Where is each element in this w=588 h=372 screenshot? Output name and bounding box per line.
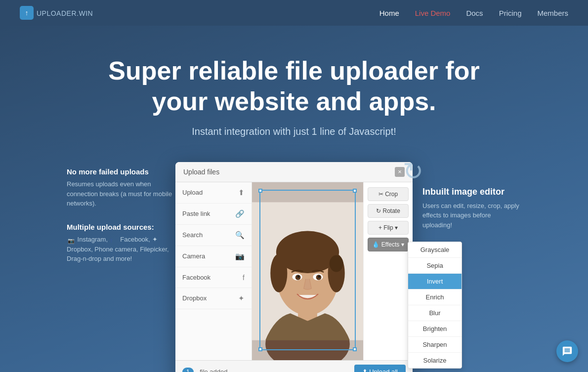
- dropbox-icon: ✦: [238, 294, 245, 303]
- chat-icon: [562, 346, 573, 357]
- feature1-text: Resumes uploads even when connection bre…: [67, 179, 175, 208]
- effects-dropdown: Grayscale Sepia Invert Enrich Blur Brigh…: [408, 242, 462, 369]
- modal-footer: 1 file added ⬆ Upload all: [175, 360, 413, 372]
- rotate-button[interactable]: ↻ Rotate: [368, 204, 409, 218]
- effect-solarize[interactable]: Solarize: [408, 353, 462, 368]
- modal-container: Upload files × Upload ⬆ Paste link 🔗: [175, 162, 413, 372]
- logo-icon: ↑: [20, 6, 34, 20]
- effect-sharpen[interactable]: Sharpen: [408, 337, 462, 353]
- upload-modal: Upload files × Upload ⬆ Paste link 🔗: [175, 162, 413, 372]
- hero-title: Super reliable file uploader for your we…: [101, 55, 487, 117]
- feature2-title: Multiple upload sources:: [67, 222, 175, 232]
- crop-button[interactable]: ✂ Crop: [368, 187, 409, 201]
- nav-link-live-demo[interactable]: Live Demo: [415, 9, 451, 17]
- handle-topleft[interactable]: [258, 189, 262, 193]
- search-icon: 🔍: [235, 231, 245, 240]
- feature-multiple-sources: Multiple upload sources: 📷 Instagram, f …: [67, 222, 175, 264]
- upload-icon: ⬆: [238, 188, 245, 197]
- feature2-text: 📷 Instagram, f Facebook, ✦ Dropbox, Phon…: [67, 235, 175, 264]
- image-selection-overlay: [259, 190, 356, 350]
- upload-all-button[interactable]: ⬆ Upload all: [354, 365, 406, 372]
- hero-right-feature: ↺ Inbuilt image editor Users can edit, r…: [413, 162, 521, 230]
- link-icon: 🔗: [235, 209, 245, 218]
- nav-link-home[interactable]: Home: [379, 9, 399, 17]
- modal-title: Upload files: [183, 168, 219, 176]
- navbar: ↑ UPLOADER.WIN Home Live Demo Docs Prici…: [0, 0, 588, 26]
- effect-enrich[interactable]: Enrich: [408, 289, 462, 305]
- file-count-badge: 1: [182, 368, 194, 372]
- effects-button[interactable]: 💧 Effects ▾: [368, 238, 409, 251]
- modal-toolbar: ✂ Crop ↻ Rotate + Flip ▾ 💧 Effects ▾ Gra…: [363, 182, 413, 360]
- instagram-icon: 📷: [68, 237, 75, 244]
- sidebar-item-dropbox[interactable]: Dropbox ✦: [175, 288, 252, 309]
- modal-header: Upload files ×: [175, 162, 413, 182]
- effect-grayscale[interactable]: Grayscale: [408, 242, 462, 258]
- camera-icon: 📷: [235, 252, 245, 261]
- modal-sidebar: Upload ⬆ Paste link 🔗 Search 🔍 Camer: [175, 182, 252, 360]
- effect-blur[interactable]: Blur: [408, 305, 462, 321]
- editor-title: Inbuilt image editor: [422, 187, 521, 197]
- handle-bottomright[interactable]: [353, 347, 357, 351]
- hero-subtitle: Instant integration with just 1 line of …: [20, 126, 568, 137]
- sidebar-item-camera[interactable]: Camera 📷: [175, 246, 252, 267]
- nav-link-pricing[interactable]: Pricing: [499, 9, 522, 17]
- facebook-icon: f: [111, 237, 118, 244]
- sidebar-item-facebook[interactable]: Facebook f: [175, 267, 252, 288]
- nav-link-docs[interactable]: Docs: [466, 9, 483, 17]
- nav-links: Home Live Demo Docs Pricing Members: [379, 9, 568, 17]
- sidebar-item-upload[interactable]: Upload ⬆: [175, 182, 252, 204]
- arrow-hint: ↺: [403, 157, 423, 186]
- handle-bottomleft[interactable]: [258, 347, 262, 351]
- logo[interactable]: ↑ UPLOADER.WIN: [20, 6, 93, 20]
- effect-invert[interactable]: Invert: [408, 274, 462, 289]
- effect-brighten[interactable]: Brighten: [408, 321, 462, 337]
- editor-text: Users can edit, resize, crop, apply effe…: [422, 201, 521, 230]
- hero-section: Super reliable file uploader for your we…: [0, 26, 588, 372]
- feature-no-failed-uploads: No more failed uploads Resumes uploads e…: [67, 167, 175, 208]
- hero-content: No more failed uploads Resumes uploads e…: [22, 162, 566, 372]
- logo-text: UPLOADER.WIN: [37, 8, 93, 18]
- facebook-sidebar-icon: f: [243, 273, 245, 282]
- flip-button[interactable]: + Flip ▾: [368, 221, 409, 235]
- sidebar-item-paste-link[interactable]: Paste link 🔗: [175, 204, 252, 225]
- feature1-title: No more failed uploads: [67, 167, 175, 177]
- sidebar-item-search[interactable]: Search 🔍: [175, 225, 252, 246]
- modal-image-area: [252, 182, 363, 360]
- modal-body: Upload ⬆ Paste link 🔗 Search 🔍 Camer: [175, 182, 413, 360]
- hero-left-features: No more failed uploads Resumes uploads e…: [67, 162, 175, 278]
- handle-topright[interactable]: [353, 189, 357, 193]
- effect-sepia[interactable]: Sepia: [408, 258, 462, 274]
- file-added-text: file added: [200, 368, 227, 372]
- chat-bubble[interactable]: [556, 340, 578, 362]
- file-count-area: 1 file added: [182, 367, 228, 372]
- nav-link-members[interactable]: Members: [537, 9, 568, 17]
